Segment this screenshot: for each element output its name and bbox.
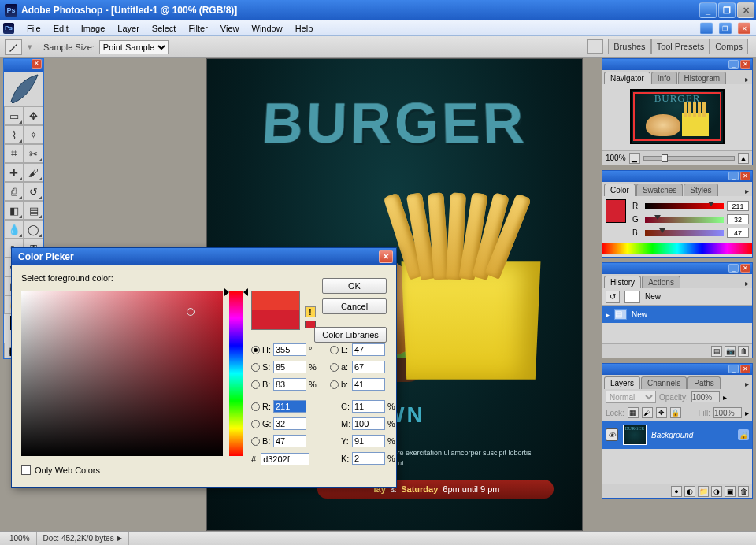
- menu-filter[interactable]: Filter: [182, 24, 213, 33]
- doc-restore-button[interactable]: ❐: [719, 22, 732, 34]
- input-g[interactable]: [273, 417, 306, 430]
- minimize-button[interactable]: _: [699, 2, 717, 18]
- opacity-input[interactable]: [691, 391, 720, 402]
- blend-mode-select[interactable]: Normal: [606, 391, 656, 403]
- radio-s[interactable]: [251, 363, 260, 372]
- palette-well-icon[interactable]: [587, 39, 603, 54]
- healing-tool[interactable]: ✚: [4, 163, 24, 182]
- radio-l[interactable]: [330, 346, 339, 354]
- stamp-tool[interactable]: ⎙: [4, 182, 24, 201]
- panel-menu-icon[interactable]: ▸: [741, 185, 752, 196]
- panel-close-button[interactable]: ✕: [740, 172, 750, 180]
- value-r[interactable]: 211: [727, 201, 749, 211]
- tab-channels[interactable]: Channels: [641, 376, 687, 389]
- color-panel-swatch[interactable]: [606, 199, 626, 223]
- menu-layer[interactable]: Layer: [111, 24, 146, 33]
- panel-menu-icon[interactable]: ▸: [741, 73, 752, 84]
- menu-window[interactable]: Window: [246, 24, 289, 33]
- radio-bv[interactable]: [251, 380, 260, 389]
- tab-history[interactable]: History: [604, 276, 641, 288]
- menu-help[interactable]: Help: [289, 24, 320, 33]
- layer-mask-button[interactable]: ◐: [684, 486, 695, 497]
- panel-menu-icon[interactable]: ▸: [741, 277, 752, 288]
- tab-actions[interactable]: Actions: [642, 276, 680, 288]
- radio-b[interactable]: [251, 437, 260, 446]
- slider-r[interactable]: [645, 203, 724, 209]
- input-hex[interactable]: [261, 453, 309, 465]
- panel-min-button[interactable]: _: [728, 172, 739, 180]
- input-c[interactable]: [352, 400, 385, 413]
- tool-preset-picker[interactable]: [5, 39, 22, 55]
- dialog-close-button[interactable]: ✕: [379, 250, 393, 263]
- tab-styles[interactable]: Styles: [684, 184, 717, 196]
- cancel-button[interactable]: Cancel: [322, 298, 387, 314]
- input-bv[interactable]: [273, 378, 306, 391]
- color-ramp[interactable]: [602, 243, 752, 254]
- crop-tool[interactable]: ⌗: [4, 144, 24, 163]
- input-y[interactable]: [352, 435, 385, 447]
- input-b[interactable]: [273, 435, 306, 447]
- status-doc[interactable]: Doc: 452,2K/0 bytes▶: [37, 532, 129, 545]
- new-doc-from-state-button[interactable]: ▤: [711, 346, 722, 357]
- new-set-button[interactable]: 📁: [698, 486, 709, 497]
- adjustment-layer-button[interactable]: ◑: [711, 486, 722, 497]
- layer-row-background[interactable]: 👁 BURGER Background 🔒: [602, 421, 752, 449]
- tab-color[interactable]: Color: [604, 184, 636, 196]
- input-m[interactable]: [352, 417, 385, 430]
- navigator-thumbnail[interactable]: BURGER: [630, 89, 724, 144]
- panel-menu-icon[interactable]: ▸: [741, 378, 752, 389]
- dock-tab-brushes[interactable]: Brushes: [608, 39, 650, 54]
- move-tool[interactable]: ✥: [24, 106, 43, 125]
- radio-a[interactable]: [330, 363, 339, 372]
- radio-r[interactable]: [251, 402, 260, 411]
- fill-input[interactable]: [713, 407, 742, 418]
- input-bb[interactable]: [352, 378, 385, 391]
- slider-b[interactable]: [645, 230, 724, 236]
- menu-edit[interactable]: Edit: [47, 24, 75, 33]
- value-b[interactable]: 47: [727, 228, 749, 238]
- panel-close-button[interactable]: ✕: [740, 264, 750, 272]
- history-brush-icon[interactable]: ↺: [606, 291, 620, 303]
- panel-close-button[interactable]: ✕: [740, 365, 750, 373]
- radio-h[interactable]: [251, 346, 260, 354]
- input-l[interactable]: [352, 343, 385, 356]
- panel-close-button[interactable]: ✕: [740, 60, 750, 69]
- brush-tool[interactable]: 🖌: [24, 163, 43, 182]
- zoom-out-button[interactable]: ▁: [629, 153, 640, 164]
- wand-tool[interactable]: ✧: [24, 125, 43, 144]
- doc-close-button[interactable]: ✕: [738, 22, 751, 34]
- lock-all-button[interactable]: 🔒: [670, 407, 681, 418]
- zoom-in-button[interactable]: ▲: [738, 153, 749, 164]
- gradient-tool[interactable]: ▤: [24, 201, 43, 220]
- maximize-button[interactable]: ❐: [718, 2, 736, 18]
- only-web-colors-checkbox[interactable]: [21, 465, 31, 475]
- status-zoom[interactable]: 100%: [3, 532, 37, 545]
- panel-min-button[interactable]: _: [728, 60, 739, 69]
- lock-move-button[interactable]: ✥: [656, 407, 667, 418]
- layer-fx-button[interactable]: ●: [671, 486, 682, 497]
- gamut-warning-icon[interactable]: !: [305, 306, 316, 317]
- blur-tool[interactable]: 💧: [4, 220, 24, 239]
- color-field[interactable]: [21, 291, 223, 456]
- panel-min-button[interactable]: _: [728, 365, 739, 373]
- input-r[interactable]: [273, 400, 306, 413]
- delete-layer-button[interactable]: 🗑: [738, 486, 749, 497]
- menu-image[interactable]: Image: [75, 24, 112, 33]
- value-g[interactable]: 32: [727, 214, 749, 224]
- doc-minimize-button[interactable]: _: [700, 22, 713, 34]
- tab-navigator[interactable]: Navigator: [604, 72, 650, 84]
- input-s[interactable]: [273, 361, 306, 373]
- sample-size-select[interactable]: Point Sample: [99, 40, 169, 54]
- delete-state-button[interactable]: 🗑: [738, 346, 749, 357]
- menu-view[interactable]: View: [214, 24, 246, 33]
- dock-tab-comps[interactable]: Comps: [710, 39, 748, 54]
- toolbox-close-button[interactable]: ✕: [32, 59, 42, 69]
- lock-transparent-button[interactable]: ▦: [628, 407, 639, 418]
- new-layer-button[interactable]: ▣: [724, 486, 736, 497]
- radio-bb[interactable]: [330, 380, 339, 389]
- menu-file[interactable]: File: [20, 24, 47, 33]
- slice-tool[interactable]: ✂: [24, 144, 43, 163]
- tab-paths[interactable]: Paths: [687, 376, 721, 389]
- slider-g[interactable]: [645, 217, 724, 223]
- history-state-row[interactable]: ▸ ▤ New: [602, 306, 752, 323]
